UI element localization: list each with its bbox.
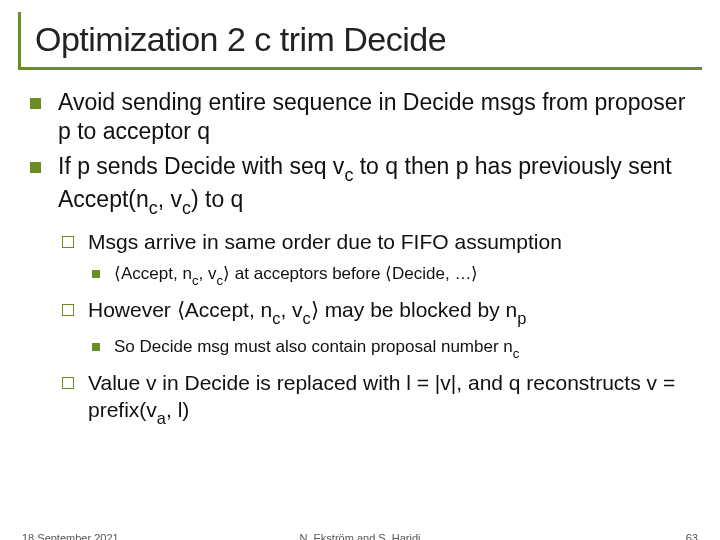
b2a1-s1: c	[192, 273, 199, 288]
bullet-2-text-c: , v	[158, 186, 182, 212]
b2a1-c: ⟩ at acceptors before ⟨Decide, …⟩	[223, 264, 478, 283]
bullet-2b: However ⟨Accept, nc, vc⟩ may be blocked …	[58, 296, 696, 361]
b2a1-b: , v	[199, 264, 217, 283]
bullet-2a1: ⟨Accept, nc, vc⟩ at acceptors before ⟨De…	[88, 263, 696, 288]
bullet-2-text-a: If p sends Decide with seq v	[58, 153, 344, 179]
bullet-1: Avoid sending entire sequence in Decide …	[24, 88, 696, 146]
bullet-1-text: Avoid sending entire sequence in Decide …	[58, 89, 685, 144]
b2c-s1: a	[157, 409, 166, 427]
sub-c3: c	[182, 198, 191, 218]
b2b1-s1: c	[513, 346, 520, 361]
slide-title: Optimization 2 c trim Decide	[35, 20, 702, 59]
bullet-2-text-d: ) to q	[191, 186, 243, 212]
slide-footer: N. Ekström and S. Haridi 18 September 20…	[0, 532, 720, 540]
b2b-b: , v	[280, 298, 302, 321]
slide: Optimization 2 c trim Decide Avoid sendi…	[0, 12, 720, 540]
bullet-2a: Msgs arrive in same order due to FIFO as…	[58, 228, 696, 289]
bullet-2b1: So Decide msg must also contain proposal…	[88, 336, 696, 361]
bullet-2: If p sends Decide with seq vc to q then …	[24, 152, 696, 428]
title-container: Optimization 2 c trim Decide	[18, 12, 702, 70]
bullet-2c: Value v in Decide is replaced with l = |…	[58, 369, 696, 428]
b2a1-a: ⟨Accept, n	[114, 264, 192, 283]
sub-c2: c	[149, 198, 158, 218]
b2b-a: However ⟨Accept, n	[88, 298, 272, 321]
slide-content: Avoid sending entire sequence in Decide …	[0, 70, 720, 428]
b2b-s3: p	[517, 309, 526, 327]
b2b-c: ⟩ may be blocked by n	[311, 298, 517, 321]
bullet-list-lvl3-a: ⟨Accept, nc, vc⟩ at acceptors before ⟨De…	[88, 263, 696, 288]
bullet-list-lvl3-b: So Decide msg must also contain proposal…	[88, 336, 696, 361]
b2a1-s2: c	[216, 273, 223, 288]
b2b-s1: c	[272, 309, 280, 327]
footer-date: 18 September 2021	[22, 532, 119, 540]
bullet-2a-text: Msgs arrive in same order due to FIFO as…	[88, 230, 562, 253]
footer-page: 63	[686, 532, 698, 540]
sub-c: c	[344, 165, 353, 185]
b2b1-a: So Decide msg must also contain proposal…	[114, 337, 513, 356]
b2c-b: , l)	[166, 398, 189, 421]
b2b-s2: c	[303, 309, 311, 327]
bullet-list-lvl2: Msgs arrive in same order due to FIFO as…	[58, 228, 696, 428]
bullet-list-lvl1: Avoid sending entire sequence in Decide …	[24, 88, 696, 428]
